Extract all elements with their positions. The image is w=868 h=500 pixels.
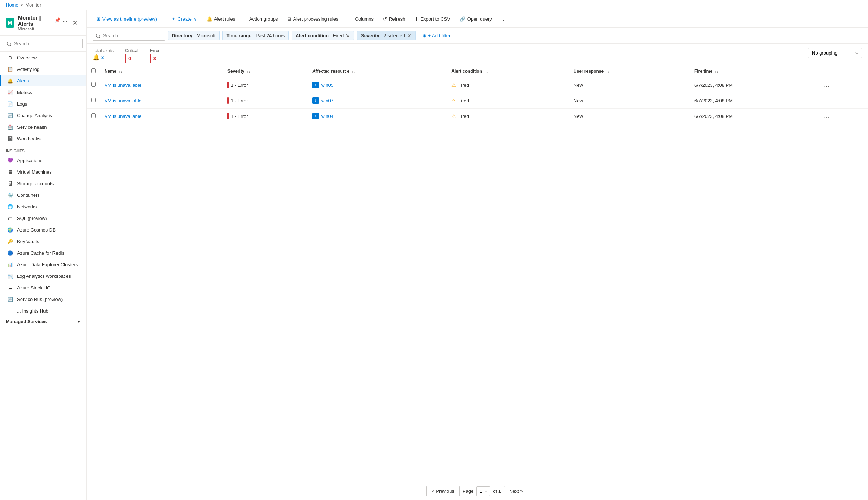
sidebar-item-storage-accounts[interactable]: 🗄Storage accounts <box>0 178 86 189</box>
create-button[interactable]: ＋ Create ∨ <box>167 13 201 25</box>
view-timeline-button[interactable]: ⊞ View as timeline (preview) <box>93 14 161 24</box>
activity-log-label: Activity log <box>17 67 39 72</box>
refresh-button[interactable]: ↺ Refresh <box>379 14 409 24</box>
th-affected-resource[interactable]: Affected resource ↑↓ <box>308 65 447 77</box>
row-response-cell: New <box>569 109 690 124</box>
header-more-icon[interactable]: … <box>63 17 67 28</box>
select-all-checkbox[interactable] <box>91 68 96 73</box>
resource-icon-2: 🖥 <box>312 113 319 119</box>
th-severity[interactable]: Severity ↑↓ <box>223 65 308 77</box>
view-timeline-label: View as timeline (preview) <box>102 16 157 22</box>
alert-processing-button[interactable]: ⊞ Alert processing rules <box>283 14 342 24</box>
row-severity-cell: 1 - Error <box>223 109 308 124</box>
open-query-button[interactable]: 🔗 Open query <box>456 14 496 24</box>
sidebar-item-insights-hub[interactable]: ... Insights Hub <box>0 305 86 317</box>
sidebar-item-metrics[interactable]: 📈Metrics <box>0 86 86 98</box>
pin-icon[interactable]: 📌 <box>55 17 60 28</box>
sidebar-item-change-analysis[interactable]: 🔄Change Analysis <box>0 110 86 121</box>
resource-link-2[interactable]: win04 <box>321 114 333 119</box>
filter-severity-close[interactable]: ✕ <box>407 33 412 38</box>
resource-link-1[interactable]: win07 <box>321 98 333 103</box>
breadcrumb-home[interactable]: Home <box>6 2 18 8</box>
app-icon: M <box>6 18 14 28</box>
sidebar-item-networks[interactable]: 🌐Networks <box>0 201 86 212</box>
row-more-button-1[interactable]: … <box>822 97 832 105</box>
sidebar-item-virtual-machines[interactable]: 🖥Virtual Machines <box>0 166 86 178</box>
table-row: VM is unavailable 1 - Error 🖥 win05 ⚠ Fi… <box>87 77 868 93</box>
stat-total-value: 🔔 3 <box>93 54 114 61</box>
alerts-table-wrap: Name ↑↓ Severity ↑↓ Affected resource ↑↓… <box>87 65 868 482</box>
containers-label: Containers <box>17 192 40 198</box>
th-fire-time[interactable]: Fire time ↑↓ <box>690 65 817 77</box>
grouping-dropdown-wrap: No groupingGroup by nameGroup by severit… <box>808 48 862 58</box>
sidebar-item-alerts[interactable]: 🔔Alerts <box>0 75 86 86</box>
sidebar-item-service-health[interactable]: 🏥Service health <box>0 121 86 133</box>
storage-accounts-icon: 🗄 <box>7 180 13 187</box>
row-more-button-0[interactable]: … <box>822 81 832 89</box>
sort-severity-icon: ↑↓ <box>247 69 250 73</box>
th-alert-condition[interactable]: Alert condition ↑↓ <box>447 65 569 77</box>
alert-search-input[interactable] <box>93 31 165 41</box>
th-user-response[interactable]: User response ↑↓ <box>569 65 690 77</box>
sort-name-icon: ↑↓ <box>119 69 122 73</box>
sidebar-item-service-bus[interactable]: 🔄Service Bus (preview) <box>0 293 86 305</box>
sidebar-search-input[interactable] <box>4 39 83 48</box>
row-checkbox-0[interactable] <box>91 82 96 87</box>
sidebar-item-containers[interactable]: 🐳Containers <box>0 189 86 201</box>
create-chevron-icon: ∨ <box>193 16 197 22</box>
fired-icon-2: ⚠ <box>451 113 456 119</box>
sidebar-header-actions: 📌 … ✕ <box>55 17 81 28</box>
next-button[interactable]: Next > <box>504 486 528 496</box>
th-name[interactable]: Name ↑↓ <box>100 65 223 77</box>
sidebar-item-sql-preview[interactable]: 🗃SQL (preview) <box>0 212 86 224</box>
sidebar-item-key-vaults[interactable]: 🔑Key Vaults <box>0 236 86 247</box>
row-more-cell: … <box>817 93 868 109</box>
alert-processing-icon: ⊞ <box>287 16 291 22</box>
sidebar-item-azure-cache-redis[interactable]: 🔵Azure Cache for Redis <box>0 247 86 259</box>
sidebar-item-azure-data-explorer[interactable]: 📊Azure Data Explorer Clusters <box>0 259 86 270</box>
row-more-cell: … <box>817 109 868 124</box>
row-name-link-1[interactable]: VM is unavailable <box>105 98 141 103</box>
sidebar-item-workbooks[interactable]: 📓Workbooks <box>0 133 86 144</box>
close-button[interactable]: ✕ <box>69 17 81 28</box>
sidebar-item-overview[interactable]: ⊙Overview <box>0 52 86 63</box>
row-more-button-2[interactable]: … <box>822 112 832 120</box>
row-checkbox-1[interactable] <box>91 98 96 102</box>
filter-directory-text: Directory : Microsoft <box>172 33 216 38</box>
sev-text-1: 1 - Error <box>231 98 248 103</box>
columns-button[interactable]: ≡≡ Columns <box>344 14 377 24</box>
row-checkbox-2[interactable] <box>91 113 96 118</box>
row-cb-cell <box>87 93 100 109</box>
stat-total-label: Total alerts <box>93 48 114 53</box>
export-csv-button[interactable]: ⬇ Export to CSV <box>410 14 454 24</box>
sidebar-item-azure-cosmos-db[interactable]: 🌍Azure Cosmos DB <box>0 224 86 236</box>
azure-cosmos-db-label: Azure Cosmos DB <box>17 227 56 233</box>
content-area: ⊞ View as timeline (preview) ＋ Create ∨ … <box>87 10 868 500</box>
action-groups-button[interactable]: ≡ Action groups <box>241 14 282 24</box>
alerts-label: Alerts <box>17 78 29 84</box>
condition-text-0: Fired <box>458 82 469 88</box>
sidebar-item-log-analytics[interactable]: 📉Log Analytics workspaces <box>0 270 86 282</box>
sidebar-nav: ⊙Overview📋Activity log🔔Alerts📈Metrics📄Lo… <box>0 52 86 500</box>
toolbar-more-button[interactable]: … <box>497 14 510 24</box>
filter-alert-condition-close[interactable]: ✕ <box>346 33 350 38</box>
alert-rules-button[interactable]: 🔔 Alert rules <box>203 14 239 24</box>
add-filter-button[interactable]: ⊕ + Add filter <box>418 31 455 40</box>
row-severity-cell: 1 - Error <box>223 93 308 109</box>
grouping-select[interactable]: No groupingGroup by nameGroup by severit… <box>808 48 862 58</box>
severity-cell-1: 1 - Error <box>227 97 304 104</box>
alerts-table: Name ↑↓ Severity ↑↓ Affected resource ↑↓… <box>87 65 868 124</box>
columns-icon: ≡≡ <box>348 16 353 22</box>
filter-chip-directory: Directory : Microsoft <box>168 31 220 40</box>
row-name-link-2[interactable]: VM is unavailable <box>105 114 141 119</box>
sidebar-item-logs[interactable]: 📄Logs <box>0 98 86 110</box>
resource-link-0[interactable]: win05 <box>321 82 333 88</box>
sidebar-item-applications[interactable]: 💜Applications <box>0 154 86 166</box>
row-name-link-0[interactable]: VM is unavailable <box>105 82 141 88</box>
managed-services-collapse[interactable]: Managed Services ▼ <box>0 317 86 326</box>
previous-button[interactable]: < Previous <box>426 486 460 496</box>
firetime-text-0: 6/7/2023, 4:08 PM <box>694 82 733 88</box>
sidebar-item-activity-log[interactable]: 📋Activity log <box>0 63 86 75</box>
sidebar-item-azure-stack-hci[interactable]: ☁Azure Stack HCI <box>0 282 86 293</box>
page-select[interactable]: 1 <box>476 486 490 496</box>
